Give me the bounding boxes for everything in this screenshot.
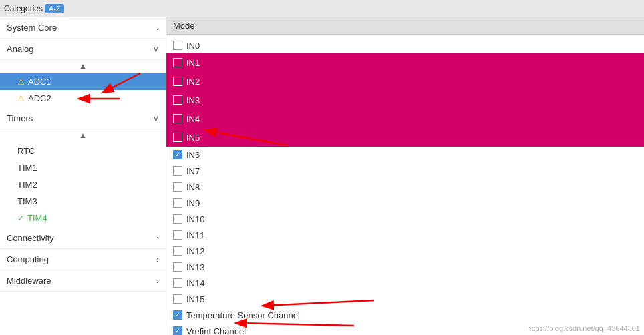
channel-label-in11: IN11 <box>186 230 204 240</box>
checkbox-in1[interactable] <box>173 58 182 67</box>
checkbox-in10[interactable] <box>173 214 182 224</box>
channel-item-in7: IN7 <box>166 163 644 179</box>
computing-label: Computing <box>7 254 49 264</box>
analog-chevron: ∨ <box>153 45 159 54</box>
channel-item-temp-sensor: Temperature Sensor Channel <box>166 307 644 323</box>
channel-item-in0: IN0 <box>166 37 644 53</box>
channel-item-in5: IN5 <box>166 128 644 147</box>
sidebar-item-adc1[interactable]: ⚠ ADC1 <box>0 73 166 90</box>
channel-bar-in5 <box>204 130 637 145</box>
top-bar: Categories A-Z <box>0 0 644 17</box>
checkbox-in9[interactable] <box>173 198 182 208</box>
channel-label-in2: IN2 <box>186 77 200 87</box>
checkbox-in3[interactable] <box>173 95 182 105</box>
channel-bar-in3 <box>204 93 637 107</box>
scroll-up-arrow: ▲ <box>79 61 87 71</box>
tim3-label: TIM3 <box>17 196 37 206</box>
sidebar-section-timers[interactable]: Timers ∨ <box>0 108 166 129</box>
channel-label-in9: IN9 <box>186 198 200 208</box>
channel-label-temp-sensor: Temperature Sensor Channel <box>186 310 300 320</box>
sidebar-item-rtc[interactable]: RTC <box>0 143 166 159</box>
sidebar-section-system-core[interactable]: System Core › <box>0 17 166 39</box>
checkbox-in6[interactable] <box>173 150 182 159</box>
channel-label-in10: IN10 <box>186 214 204 224</box>
content-area: Mode IN0IN1IN2IN3IN4IN5IN6IN7IN8IN9IN10I… <box>166 17 644 335</box>
tim2-label: TIM2 <box>17 180 37 190</box>
sidebar-section-analog[interactable]: Analog ∨ <box>0 39 166 60</box>
channel-bar-in4 <box>204 111 637 126</box>
sidebar-item-tim2[interactable]: TIM2 <box>0 176 166 193</box>
channel-label-in8: IN8 <box>186 182 200 192</box>
tim4-label: TIM4 <box>27 213 47 223</box>
rtc-label: RTC <box>17 146 35 156</box>
channel-label-in1: IN1 <box>186 58 200 68</box>
channel-item-in1: IN1 <box>166 53 644 72</box>
sidebar-item-adc2[interactable]: ⚠ ADC2 <box>0 90 166 107</box>
channel-item-in11: IN11 <box>166 227 644 243</box>
checkbox-in5[interactable] <box>173 133 182 142</box>
middleware-chevron: › <box>156 276 159 286</box>
timers-chevron: ∨ <box>153 114 159 123</box>
channel-item-in9: IN9 <box>166 195 644 211</box>
channel-label-in6: IN6 <box>186 150 200 160</box>
checkbox-vrefint[interactable] <box>173 326 182 335</box>
channel-item-in8: IN8 <box>166 179 644 195</box>
channel-list: IN0IN1IN2IN3IN4IN5IN6IN7IN8IN9IN10IN11IN… <box>166 35 644 335</box>
checkbox-in4[interactable] <box>173 114 182 123</box>
content-header: Mode <box>166 17 644 35</box>
checkbox-in7[interactable] <box>173 166 182 176</box>
channel-label-in7: IN7 <box>186 166 200 176</box>
channel-bar-in1 <box>204 55 637 70</box>
channel-item-in10: IN10 <box>166 211 644 227</box>
checkbox-in8[interactable] <box>173 182 182 192</box>
timers-scroll-arrow: ▲ <box>79 131 87 140</box>
checkbox-in11[interactable] <box>173 230 182 240</box>
check-icon-tim4: ✓ <box>17 214 24 223</box>
system-core-chevron: › <box>156 23 159 33</box>
adc1-label: ADC1 <box>28 77 51 87</box>
checkbox-in14[interactable] <box>173 278 182 288</box>
sidebar: System Core › Analog ∨ ▲ ⚠ ADC1 ⚠ ADC2 <box>0 17 166 335</box>
channel-label-vrefint: Vrefint Channel <box>186 326 246 336</box>
channel-bar-in2 <box>204 74 637 89</box>
sidebar-section-connectivity[interactable]: Connectivity › <box>0 228 166 249</box>
timers-scroll-up[interactable]: ▲ <box>0 129 166 141</box>
channel-item-in6: IN6 <box>166 147 644 163</box>
main-layout: System Core › Analog ∨ ▲ ⚠ ADC1 ⚠ ADC2 <box>0 17 644 335</box>
checkbox-in12[interactable] <box>173 246 182 256</box>
sidebar-item-tim4[interactable]: ✓ TIM4 <box>0 210 166 226</box>
connectivity-chevron: › <box>156 234 159 243</box>
channel-item-in13: IN13 <box>166 259 644 275</box>
system-core-label: System Core <box>7 23 57 33</box>
sidebar-section-middleware[interactable]: Middleware › <box>0 270 166 292</box>
channel-item-in12: IN12 <box>166 243 644 259</box>
checkbox-in0[interactable] <box>173 41 182 50</box>
channel-item-in14: IN14 <box>166 275 644 291</box>
timers-items: RTC TIM1 TIM2 TIM3 ✓ TIM4 <box>0 141 166 228</box>
checkbox-temp-sensor[interactable] <box>173 310 182 320</box>
channel-item-in3: IN3 <box>166 91 644 109</box>
channel-label-in4: IN4 <box>186 114 200 124</box>
az-button[interactable]: A-Z <box>45 4 64 13</box>
connectivity-label: Connectivity <box>7 233 54 243</box>
checkbox-in2[interactable] <box>173 77 182 86</box>
channel-item-in2: IN2 <box>166 72 644 91</box>
channel-item-in15: IN15 <box>166 291 644 307</box>
categories-label: Categories <box>4 4 43 13</box>
sidebar-section-computing[interactable]: Computing › <box>0 249 166 270</box>
warn-icon-adc2: ⚠ <box>17 94 25 103</box>
sidebar-item-tim3[interactable]: TIM3 <box>0 193 166 210</box>
channel-label-in3: IN3 <box>186 95 200 105</box>
analog-label: Analog <box>7 44 33 54</box>
analog-scroll-up[interactable]: ▲ <box>0 60 166 72</box>
channel-label-in15: IN15 <box>186 294 204 304</box>
analog-items: ⚠ ADC1 ⚠ ADC2 <box>0 72 166 108</box>
sidebar-item-tim1[interactable]: TIM1 <box>0 159 166 176</box>
channel-label-in13: IN13 <box>186 262 204 272</box>
channel-label-in5: IN5 <box>186 133 200 143</box>
tim1-label: TIM1 <box>17 163 37 173</box>
adc2-label: ADC2 <box>28 93 51 103</box>
middleware-label: Middleware <box>7 276 51 286</box>
checkbox-in15[interactable] <box>173 294 182 304</box>
checkbox-in13[interactable] <box>173 262 182 272</box>
